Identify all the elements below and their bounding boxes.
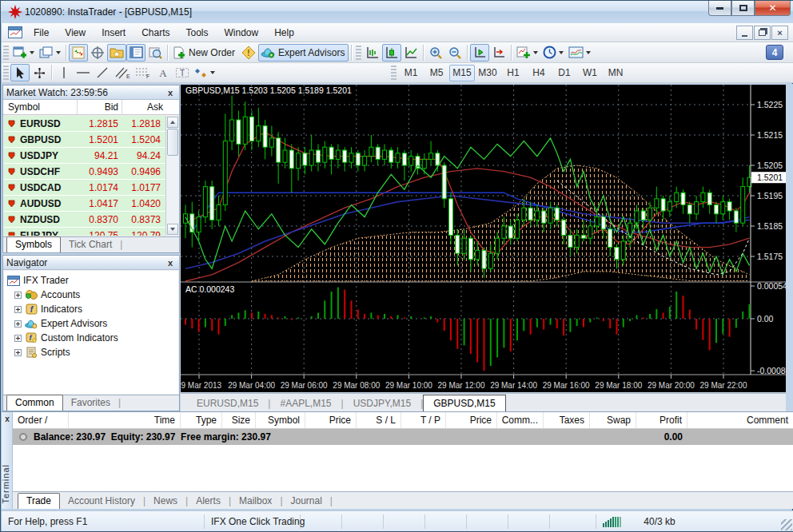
menu-item-file[interactable]: File <box>26 24 57 42</box>
candlestick-button[interactable] <box>382 44 401 62</box>
auto-scroll-toggle[interactable] <box>470 44 489 62</box>
resize-grip[interactable] <box>781 519 792 530</box>
bar-chart-button[interactable] <box>363 44 382 62</box>
text-label-button[interactable]: T <box>173 64 192 81</box>
terminal-tab-trade[interactable]: Trade <box>18 493 60 509</box>
terminal-tab-account-history[interactable]: Account History <box>60 494 143 509</box>
expand-plus-icon[interactable] <box>14 306 22 313</box>
new-chart-button[interactable] <box>10 44 37 62</box>
horizontal-line-button[interactable] <box>74 64 93 81</box>
market-watch-row-usdchf[interactable]: USDCHF0.94930.9496 <box>4 164 165 180</box>
terminal-column-time[interactable]: Time <box>69 412 181 428</box>
terminal-column-symbol[interactable]: Symbol <box>256 412 305 428</box>
fibonacci-button[interactable]: F <box>133 64 153 81</box>
navigator-item-custom-indicators[interactable]: fCustom Indicators <box>7 331 178 345</box>
expand-plus-icon[interactable] <box>14 320 22 328</box>
profiles-button[interactable] <box>37 44 63 62</box>
periods-button[interactable] <box>540 44 566 62</box>
timeframe-button-w1[interactable]: W1 <box>577 65 603 81</box>
new-order-button[interactable]: New Order <box>170 44 239 62</box>
templates-button[interactable] <box>566 44 593 62</box>
market-watch-row-gbpusd[interactable]: GBPUSD1.52011.5204 <box>4 132 165 148</box>
tab-symbols[interactable]: Symbols <box>6 236 61 252</box>
chart-tab-gbpusd-m15[interactable]: GBPUSD,M15 <box>423 395 505 411</box>
terminal-tab-news[interactable]: News <box>145 494 185 509</box>
tab-common[interactable]: Common <box>6 395 63 411</box>
tab-favorites[interactable]: Favorites <box>63 395 118 411</box>
maximize-button[interactable] <box>731 1 755 16</box>
market-watch-toggle[interactable] <box>69 44 88 62</box>
price-chart[interactable]: 29 Mar 201329 Mar 04:0029 Mar 06:0029 Ma… <box>181 85 786 392</box>
line-chart-button[interactable] <box>401 44 420 62</box>
terminal-close-icon[interactable]: x <box>2 414 12 423</box>
vertical-line-button[interactable] <box>54 64 74 81</box>
terminal-column-t-p[interactable]: T / P <box>401 412 446 428</box>
terminal-column-order[interactable]: Order / <box>13 412 69 428</box>
chart-shift-button[interactable] <box>489 44 508 62</box>
scroll-up-arrow[interactable] <box>167 117 178 128</box>
chart-tab--aapl-m15[interactable]: #AAPL,M15 <box>270 395 341 411</box>
menu-item-help[interactable]: Help <box>266 24 302 42</box>
terminal-column-comm-[interactable]: Comm... <box>497 412 544 428</box>
navigator-item-expert-advisors[interactable]: Expert Advisors <box>7 316 178 331</box>
text-button[interactable]: A <box>153 64 173 81</box>
terminal-column-swap[interactable]: Swap <box>590 412 636 428</box>
column-ask[interactable]: Ask <box>122 100 165 114</box>
navigator-close-icon[interactable]: x <box>165 257 176 268</box>
zoom-out-button[interactable] <box>445 44 464 62</box>
minimize-button[interactable] <box>708 1 731 16</box>
child-close-button[interactable]: × <box>771 26 788 40</box>
terminal-column-price[interactable]: Price <box>446 412 497 428</box>
terminal-tab-journal[interactable]: Journal <box>283 494 330 509</box>
terminal-column-comment[interactable]: Comment <box>687 412 793 428</box>
toolbar-grip[interactable] <box>356 46 361 60</box>
market-watch-row-eurjpy[interactable]: EURJPY120.75120.79 <box>4 228 165 236</box>
toolbar-grip[interactable] <box>391 66 396 80</box>
close-button[interactable]: ✕ <box>755 1 791 16</box>
navigator-item-indicators[interactable]: fIndicators <box>7 302 178 316</box>
scroll-down-arrow[interactable] <box>167 224 178 235</box>
terminal-column-taxes[interactable]: Taxes <box>544 412 590 428</box>
market-watch-row-usdcad[interactable]: USDCAD1.01741.0177 <box>4 180 165 196</box>
zoom-in-button[interactable] <box>426 44 445 62</box>
navigator-item-accounts[interactable]: Accounts <box>7 288 178 302</box>
menu-item-view[interactable]: View <box>57 24 94 42</box>
data-window-button[interactable] <box>88 44 107 62</box>
strategy-tester-button[interactable] <box>145 44 165 62</box>
arrows-button[interactable] <box>192 64 217 81</box>
indicators-button[interactable] <box>514 44 540 62</box>
expert-advisors-toggle[interactable]: Expert Advisors <box>258 44 349 62</box>
terminal-column-price[interactable]: Price <box>305 412 357 428</box>
chart-canvas[interactable]: 29 Mar 201329 Mar 04:0029 Mar 06:0029 Ma… <box>181 85 786 392</box>
child-restore-button[interactable] <box>754 26 771 40</box>
market-watch-row-eurusd[interactable]: EURUSD1.28151.2818 <box>4 116 165 132</box>
expand-plus-icon[interactable] <box>14 349 22 356</box>
terminal-toggle[interactable] <box>126 44 145 62</box>
market-watch-row-usdjpy[interactable]: USDJPY94.2194.24 <box>4 148 165 164</box>
timeframe-button-h4[interactable]: H4 <box>526 65 552 81</box>
navigator-item-scripts[interactable]: Scripts <box>7 345 178 359</box>
market-watch-scrollbar[interactable] <box>165 116 178 236</box>
terminal-tab-alerts[interactable]: Alerts <box>188 494 229 509</box>
column-bid[interactable]: Bid <box>77 100 122 114</box>
trendline-button[interactable] <box>93 64 112 81</box>
equidistant-channel-button[interactable]: E <box>112 64 133 81</box>
cursor-button[interactable] <box>10 64 30 81</box>
alert-button[interactable]: ! <box>239 44 258 62</box>
scroll-thumb[interactable] <box>167 129 178 156</box>
crosshair-tool-button[interactable] <box>30 64 49 81</box>
market-watch-row-nzdusd[interactable]: NZDUSD0.83700.8373 <box>4 212 165 228</box>
terminal-tab-mailbox[interactable]: Mailbox <box>231 494 280 509</box>
timeframe-button-m30[interactable]: M30 <box>475 65 500 81</box>
market-watch-close-icon[interactable]: x <box>165 87 176 98</box>
chart-tab-usdjpy-m15[interactable]: USDJPY,M15 <box>344 395 420 411</box>
tab-tick-chart[interactable]: Tick Chart <box>61 237 120 252</box>
menu-item-insert[interactable]: Insert <box>94 24 133 42</box>
timeframe-button-m5[interactable]: M5 <box>424 65 449 81</box>
navigator-toggle[interactable] <box>107 44 126 62</box>
toolbar-grip[interactable] <box>3 46 9 60</box>
market-watch-row-audusd[interactable]: AUDUSD1.04171.0420 <box>4 196 165 212</box>
chart-tab-eurusd-m15[interactable]: EURUSD,M15 <box>187 395 268 411</box>
timeframe-button-m1[interactable]: M1 <box>398 65 424 81</box>
chart-window-icon[interactable] <box>8 26 22 38</box>
